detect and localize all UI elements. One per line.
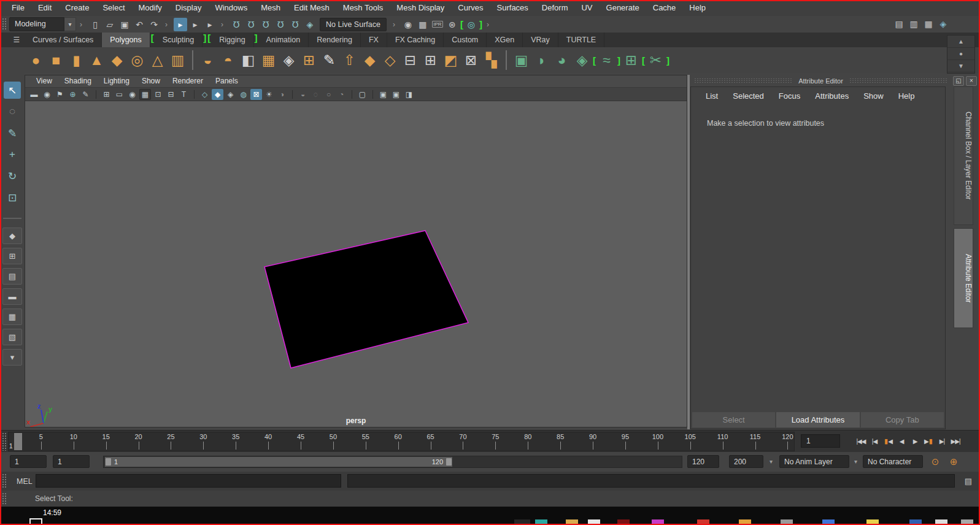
layout-outliner-persp-button[interactable]: ▤ [2, 268, 22, 285]
shelf-tab-curves-surfaces[interactable]: Curves / Surfaces [25, 33, 102, 47]
shelf-scroll-down-icon[interactable]: ▼ [947, 60, 974, 72]
layout-hypershade-persp-button[interactable]: ▦ [2, 308, 22, 325]
shadows-toggle[interactable]: ◑ [276, 89, 288, 100]
shelf-tab-rigging[interactable]: Rigging [211, 33, 253, 47]
duplicate-pane-button[interactable]: ▣ [390, 89, 402, 100]
open-scene-button[interactable]: ▱ [103, 18, 117, 31]
poly-sphere-button[interactable]: ● [26, 51, 45, 70]
poly-plane-button[interactable]: ◆ [107, 51, 126, 70]
chevron-down-icon[interactable]: ▾ [854, 458, 857, 465]
planar-mapping-button[interactable]: ▣ [512, 51, 531, 70]
unfold-uv-button[interactable]: ≈ [597, 51, 616, 70]
depth-of-field-toggle[interactable]: ◔ [336, 89, 347, 100]
offset-edge-loop-button[interactable]: ⊞ [421, 51, 440, 70]
step-back-frame-button[interactable]: |◀ [868, 433, 881, 449]
snap-to-view-plane-toggle[interactable]: ℧ [288, 18, 302, 31]
taskbar-clock[interactable]: 14:59 [43, 508, 61, 517]
select-tool[interactable]: ↖ [4, 82, 21, 99]
render-current-frame-button[interactable]: ▦ [416, 18, 430, 31]
poke-button[interactable]: ⊞ [299, 51, 318, 70]
occlusion-toggle[interactable]: ◒ [297, 89, 309, 100]
panel-menu-panels[interactable]: Panels [209, 75, 244, 87]
go-to-start-button[interactable]: |◀◀ [855, 433, 867, 449]
isolate-select-toggle[interactable]: ▢ [357, 89, 368, 100]
render-setup-button[interactable]: ◎ [465, 18, 478, 31]
taskbar-icon[interactable] [961, 519, 973, 525]
safe-title-toggle[interactable]: T [178, 89, 190, 100]
resolution-gate-toggle[interactable]: ◉ [126, 89, 138, 100]
chevron-down-icon[interactable]: ▾ [770, 458, 773, 465]
current-frame-marker[interactable] [14, 433, 22, 450]
shelf-scroll-up-icon[interactable]: ▲ [947, 36, 974, 48]
two-d-pan-zoom-button[interactable]: ⊕ [67, 89, 79, 100]
viewport-canvas[interactable]: x y z persp [25, 101, 687, 427]
time-slider-track[interactable]: 5101520253035404550556065707580859095100… [8, 432, 795, 451]
menu-generate[interactable]: Generate [600, 0, 646, 16]
taskbar-icon[interactable] [617, 519, 630, 525]
taskbar-icon[interactable] [588, 519, 600, 525]
animation-start-field[interactable]: 1 [10, 455, 47, 468]
scale-tool[interactable]: ⊡ [4, 189, 21, 206]
poly-pyramid-button[interactable]: △ [148, 51, 167, 70]
shelf-tab-sculpting[interactable]: Sculpting [155, 33, 203, 47]
menu-select[interactable]: Select [96, 0, 131, 16]
range-slider-track[interactable]: 1 120 [103, 456, 682, 468]
toggle-channel-box[interactable]: ◈ [936, 17, 950, 31]
snap-to-curve-toggle[interactable]: ℧ [244, 18, 258, 31]
gate-mask-toggle[interactable]: ▦ [139, 89, 151, 100]
taskbar-icon[interactable] [739, 519, 751, 525]
menu-edit-mesh[interactable]: Edit Mesh [287, 0, 336, 16]
move-tool[interactable]: + [4, 146, 21, 163]
rotate-tool[interactable]: ↻ [4, 167, 21, 185]
menu-surfaces[interactable]: Surfaces [490, 0, 535, 16]
menu-mesh[interactable]: Mesh [254, 0, 287, 16]
playback-end-field[interactable]: 120 [687, 455, 719, 468]
poly-cube-button[interactable]: ■ [47, 51, 66, 70]
bookmark-view-button[interactable]: ⚑ [54, 89, 66, 100]
field-chart-toggle[interactable]: ⊡ [152, 89, 164, 100]
taskbar-icon[interactable] [29, 518, 42, 525]
panel-menu-view[interactable]: View [30, 75, 58, 87]
playback-range-bar[interactable]: 1 120 [105, 457, 452, 467]
menu-create[interactable]: Create [58, 0, 96, 16]
range-end-handle[interactable] [446, 458, 452, 466]
poly-torus-button[interactable]: ◎ [128, 51, 147, 70]
shelf-tab-fx[interactable]: FX [361, 33, 387, 47]
side-tab-attribute-editor[interactable]: Attribute Editor [954, 228, 973, 328]
open-render-view-button[interactable]: ◉ [401, 18, 415, 31]
shelf-menu-icon[interactable]: ☰ [9, 33, 25, 47]
select-by-object-toggle[interactable]: ▸ [188, 18, 202, 31]
menu-mesh-tools[interactable]: Mesh Tools [336, 0, 390, 16]
poly-pipe-button[interactable]: ▥ [168, 51, 187, 70]
auto-keyframe-toggle[interactable]: ⊙ [928, 454, 943, 469]
section-collapse-icon[interactable]: › [165, 20, 169, 29]
insert-edge-loop-button[interactable]: ⊟ [401, 51, 420, 70]
new-scene-button[interactable]: ▯ [88, 18, 102, 31]
grid-toggle[interactable]: ⊞ [101, 89, 112, 100]
anim-layer-field[interactable]: No Anim Layer [779, 455, 849, 468]
default-material-button[interactable]: ◍ [237, 89, 249, 100]
menu-help[interactable]: Help [682, 0, 712, 16]
load-attributes-button[interactable]: Load Attributes [776, 412, 859, 427]
panel-menu-lighting[interactable]: Lighting [98, 75, 136, 87]
grip-handle[interactable] [2, 473, 6, 489]
shelf-tab-polygons[interactable]: Polygons [102, 33, 150, 47]
select-by-hierarchy-toggle[interactable]: ▸ [174, 18, 187, 31]
taskbar-icon[interactable] [514, 519, 530, 525]
bridge-button[interactable]: ◩ [441, 51, 460, 70]
live-surface-field[interactable]: No Live Surface [320, 18, 387, 31]
menuset-dropdown[interactable]: Modeling ▾ [9, 18, 76, 31]
smooth-preview-button[interactable]: ◓ [218, 51, 237, 70]
cut-sew-uv-button[interactable]: ✂ [646, 51, 665, 70]
selected-polygon-plane[interactable] [264, 231, 468, 368]
close-panel-icon[interactable]: × [966, 76, 977, 86]
taskbar-icon[interactable] [535, 519, 547, 525]
toggle-modeling-toolkit[interactable]: ▤ [892, 17, 906, 31]
copy-tab-button[interactable]: Copy Tab [861, 412, 944, 427]
spherical-mapping-button[interactable]: ◕ [552, 51, 571, 70]
poly-cylinder-button[interactable]: ▮ [67, 51, 86, 70]
safe-action-toggle[interactable]: ⊟ [165, 89, 177, 100]
subdivide-button[interactable]: ▦ [259, 51, 278, 70]
layout-more-dropdown[interactable]: ▾ [2, 349, 22, 366]
shelf-tab-fx-caching[interactable]: FX Caching [387, 33, 444, 47]
